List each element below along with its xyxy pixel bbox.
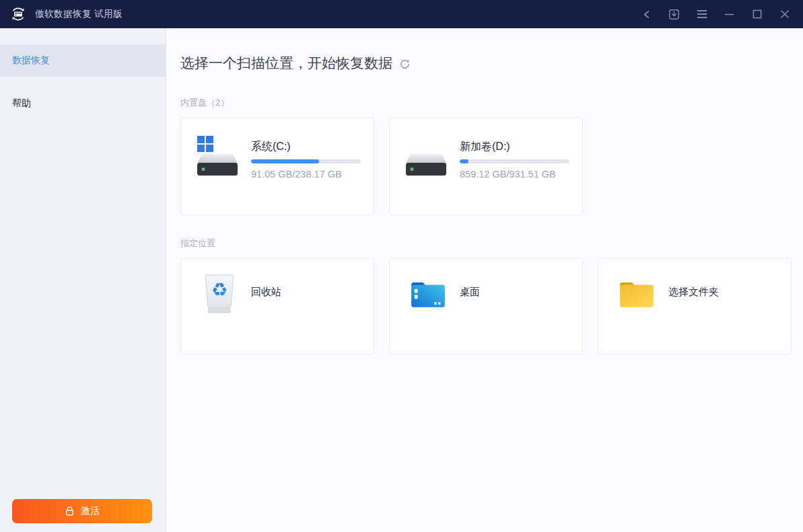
activate-label: 激活 [81, 505, 100, 517]
page-title: 选择一个扫描位置，开始恢复数据 [180, 54, 392, 73]
main-content: 选择一个扫描位置，开始恢复数据 内置盘（2） [166, 28, 803, 532]
section-label-locations: 指定位置 [180, 237, 803, 250]
desktop-folder-icon [406, 272, 450, 315]
download-icon[interactable] [668, 9, 680, 20]
lock-icon [65, 506, 75, 517]
drive-cards-row: 系统(C:) 91.05 GB/238.17 GB [180, 118, 803, 215]
drive-name: 新加卷(D:) [460, 139, 569, 153]
capacity-bar-fill [251, 159, 319, 163]
titlebar-controls [641, 9, 790, 20]
sidebar-item-label: 数据恢复 [12, 54, 50, 67]
location-card-desktop[interactable]: 桌面 [389, 258, 583, 354]
location-label: 桌面 [460, 286, 480, 299]
sidebar-item-help[interactable]: 帮助 [0, 87, 166, 120]
maximize-button[interactable] [751, 9, 763, 20]
capacity-bar [251, 159, 361, 163]
menu-icon[interactable] [696, 9, 707, 20]
drive-name: 系统(C:) [251, 139, 361, 153]
drive-info: 新加卷(D:) 859.12 GB/931.51 GB [460, 139, 569, 180]
location-cards-row: ♻ 回收站 [180, 258, 803, 354]
activate-button[interactable]: 激活 [12, 499, 152, 523]
page-title-row: 选择一个扫描位置，开始恢复数据 [180, 54, 803, 73]
app-title: 傲软数据恢复 试用版 [35, 8, 123, 20]
capacity-bar-fill [460, 159, 468, 163]
drive-info: 系统(C:) 91.05 GB/238.17 GB [251, 139, 361, 180]
close-button[interactable] [779, 9, 790, 20]
drive-icon [405, 137, 449, 178]
minimize-button[interactable] [724, 9, 735, 20]
app-window: 傲软数据恢复 试用版 [0, 0, 803, 532]
recycle-bin-icon: ♻ [197, 272, 242, 315]
drive-card-new-volume-d[interactable]: 新加卷(D:) 859.12 GB/931.51 GB [389, 118, 583, 215]
choose-folder-icon [615, 272, 659, 315]
location-card-choose-folder[interactable]: 选择文件夹 [598, 258, 792, 354]
app-body: 数据恢复 帮助 激活 选择一个扫描位置，开始恢复数据 [0, 28, 803, 532]
refresh-icon[interactable] [399, 59, 411, 70]
location-card-recycle-bin[interactable]: ♻ 回收站 [180, 258, 374, 354]
drive-usage: 859.12 GB/931.51 GB [460, 169, 569, 180]
location-label: 回收站 [251, 286, 281, 299]
titlebar-left: 傲软数据恢复 试用版 [9, 5, 123, 23]
share-icon[interactable] [641, 9, 652, 20]
titlebar: 傲软数据恢复 试用版 [0, 0, 803, 28]
drive-usage: 91.05 GB/238.17 GB [251, 169, 361, 180]
app-logo-icon [9, 5, 27, 23]
sidebar-item-data-recovery[interactable]: 数据恢复 [0, 44, 166, 77]
sidebar-item-label: 帮助 [12, 98, 31, 110]
location-label: 选择文件夹 [668, 286, 719, 299]
svg-text:♻: ♻ [211, 279, 228, 300]
system-drive-icon [196, 137, 240, 178]
sidebar: 数据恢复 帮助 激活 [0, 28, 166, 532]
capacity-bar [460, 159, 569, 163]
drive-card-system-c[interactable]: 系统(C:) 91.05 GB/238.17 GB [180, 118, 374, 215]
section-label-internal-drives: 内置盘（2） [180, 97, 803, 109]
